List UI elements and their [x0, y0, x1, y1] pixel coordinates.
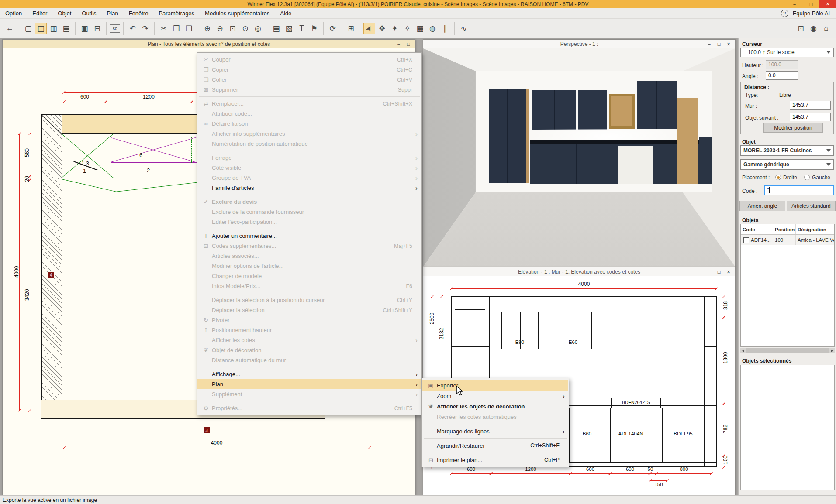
save-button[interactable]: ▣	[79, 23, 90, 34]
scrollbar-thumb[interactable]	[746, 348, 829, 353]
snapshot-button[interactable]: ◉	[808, 23, 819, 34]
context-menu-item-changer-modele[interactable]: Changer de modèle	[197, 271, 421, 281]
help-icon[interactable]: ?	[781, 10, 788, 17]
zoom-window-button[interactable]: ⊡	[227, 23, 238, 34]
context-menu-item-exclure-devis[interactable]: ✓Exclure du devis	[197, 197, 421, 207]
submenu-item-agrandir-restaurer[interactable]: Agrandir/RestaurerCtrl+Shift+F	[422, 440, 568, 451]
notes-button[interactable]: ▤	[270, 23, 282, 34]
scroll-left-icon[interactable]	[740, 348, 746, 353]
code-input[interactable]: "	[764, 185, 834, 195]
zoom-fit-button[interactable]: ⊙	[239, 23, 251, 34]
menubar-item-option[interactable]: Option	[0, 8, 27, 19]
catalog-select[interactable]: MOREL 2023-1 FR Cuisines	[740, 145, 834, 156]
grid-button[interactable]: ▦	[414, 23, 426, 34]
measure-button[interactable]: ∥	[439, 23, 451, 34]
elev-close-icon[interactable]: ✕	[724, 269, 733, 275]
submenu-item-imprimer-plan[interactable]: ⊟Imprimer le plan...Ctrl+P	[422, 455, 568, 465]
context-menu-item-copier[interactable]: ❐CopierCtrl+C	[197, 65, 421, 75]
list-view-button[interactable]: ▤	[60, 23, 72, 34]
menubar-item-param-trages[interactable]: Paramètrages	[153, 8, 200, 19]
close-icon[interactable]: ✕	[819, 0, 836, 8]
pan-button[interactable]: ∿	[458, 23, 470, 34]
context-menu-item-couper[interactable]: ✂CouperCtrl+X	[197, 55, 421, 65]
submenu-item-marquage-lignes[interactable]: Marquage des lignes›	[422, 426, 568, 436]
context-menu-item-afficher-info[interactable]: Afficher info supplémentaires›	[197, 129, 421, 139]
plan-minimize-icon[interactable]: −	[394, 41, 404, 47]
maximize-icon[interactable]: □	[803, 0, 819, 8]
select-arrow-button[interactable]: ➤	[363, 23, 375, 34]
app-title-bar[interactable]: Winner Flex 12.3a1 [303064] (Equipe Pôle…	[0, 0, 836, 8]
articles-standard-button[interactable]: Articles standard	[787, 201, 836, 211]
minimize-icon[interactable]: −	[786, 0, 803, 8]
objets-selectionnes-box[interactable]	[740, 365, 835, 490]
objets-table[interactable]: Code Position Désignation ADF14...100Ami…	[740, 224, 835, 347]
persp-close-icon[interactable]: ✕	[724, 41, 733, 47]
gamme-select[interactable]: Gamme générique	[740, 159, 834, 170]
scale-button[interactable]: sc	[110, 24, 120, 33]
submenu-item-zoom[interactable]: Zoom›	[422, 391, 568, 401]
elevation-titlebar[interactable]: Elévation - 1 : Mur - 1, Elévation avec …	[423, 267, 735, 276]
placement-gauche-radio[interactable]	[804, 175, 810, 180]
plan-maximize-icon[interactable]: □	[404, 41, 413, 47]
elev-minimize-icon[interactable]: −	[705, 269, 714, 274]
menubar-item-modules-suppl-mentaires[interactable]: Modules supplémentaires	[200, 8, 275, 19]
context-menu-item-deplacer-position-curseur[interactable]: Déplacer la sélection à la position du c…	[197, 295, 421, 305]
calculator-button[interactable]: ⊞	[345, 23, 357, 34]
context-menu-item-ferrage[interactable]: Ferrage›	[197, 153, 421, 163]
undo-button[interactable]: ↶	[127, 23, 138, 34]
menubar-item-fen-tre[interactable]: Fenêtre	[124, 8, 154, 19]
context-menu-item-editer-eco[interactable]: Editer l'éco-participation...	[197, 217, 421, 227]
context-menu-item-numerotation-position[interactable]: Numérotation de position automatique	[197, 139, 421, 149]
menubar-item-editer[interactable]: Editer	[27, 8, 52, 19]
table-row[interactable]: ADF14...100Amica - LAVE VA	[741, 235, 834, 245]
context-menu-item-famille-articles[interactable]: Famille d'articles›	[197, 183, 421, 193]
persp-maximize-icon[interactable]: □	[714, 41, 724, 47]
text-tool-button[interactable]: T	[296, 23, 307, 34]
perspective-canvas[interactable]	[423, 48, 735, 267]
context-menu-item-deplacer-selection[interactable]: Déplacer la sélectionCtrl+Shift+Y	[197, 305, 421, 315]
submenu-item-exporter[interactable]: ▣Exporter...	[422, 380, 568, 391]
copy-button[interactable]: ❐	[170, 23, 182, 34]
modifier-position-button[interactable]: Modifier position	[763, 123, 823, 133]
notes-add-button[interactable]: ▧	[283, 23, 295, 34]
zone-button[interactable]: ◍	[427, 23, 439, 34]
menubar-item-plan[interactable]: Plan	[102, 8, 124, 19]
zoom-out-button[interactable]: ⊖	[214, 23, 226, 34]
amen-angle-button[interactable]: Amén. angle	[739, 201, 785, 211]
context-menu-item-plan[interactable]: Plan›	[197, 379, 421, 389]
cursor-mode-select[interactable]: 100.0 ↑ Sur le socle	[740, 48, 834, 57]
context-menu-item-positionnement-hauteur[interactable]: ↥Positionnement hauteur	[197, 325, 421, 335]
context-menu-item-attribuer-code[interactable]: Attribuer code...	[197, 109, 421, 119]
context-menu-item-remplacer[interactable]: ⇄Remplacer...Ctrl+Shift+X	[197, 99, 421, 109]
persp-minimize-icon[interactable]: −	[705, 41, 714, 47]
submenu-item-afficher-objets-decoration[interactable]: ❦Afficher les objets de décoration	[422, 401, 568, 411]
submenu-item-recreer-cotes[interactable]: Recréer les cotes automatiques	[422, 411, 568, 422]
context-menu-item-supprimer[interactable]: ⊠SupprimerSuppr	[197, 85, 421, 95]
row-checkbox[interactable]	[743, 237, 749, 243]
context-menu-item-afficher-cotes[interactable]: Afficher les cotes›	[197, 335, 421, 345]
refresh-button[interactable]: ⟳	[327, 23, 339, 34]
plan-window-titlebar[interactable]: Plan - Tous les éléments avec n° de posi…	[3, 40, 415, 48]
context-menu-item-coller[interactable]: ❏CollerCtrl+V	[197, 75, 421, 85]
placement-droite-radio[interactable]	[775, 175, 781, 180]
context-menu-item-defaire-liaison[interactable]: ∞Défaire liaison	[197, 119, 421, 129]
walk-tool-2-button[interactable]: ✦	[389, 23, 401, 34]
plan-view-button[interactable]: ◫	[35, 23, 47, 34]
walk-tool-button[interactable]: ✥	[376, 23, 388, 34]
context-menu-item-codes-supplementaires[interactable]: ⊡Codes supplémentaires...Maj+F5	[197, 241, 421, 251]
walk-tool-3-button[interactable]: ✧	[401, 23, 413, 34]
context-menu-item-exclure-commande[interactable]: Exclure de la commande fournisseur	[197, 207, 421, 217]
context-menu-item-infos-modele-prix[interactable]: Infos Modèle/Prix...F6	[197, 281, 421, 291]
context-menu-item-modifier-options[interactable]: Modifier options de l'article...	[197, 261, 421, 271]
mur-field[interactable]: 1453.7	[790, 101, 831, 110]
menubar-item-aide[interactable]: Aide	[275, 8, 297, 19]
redo-button[interactable]: ↷	[139, 23, 151, 34]
context-menu-item-cote-visible[interactable]: Côté visible›	[197, 163, 421, 173]
zoom-in-button[interactable]: ⊕	[201, 23, 213, 34]
monitor-button[interactable]: ⊡	[795, 23, 807, 34]
elevation-view-button[interactable]: ▥	[48, 23, 59, 34]
new-view-button[interactable]: ▢	[22, 23, 34, 34]
back-button[interactable]: ←	[4, 23, 16, 34]
context-menu-item-articles-associes[interactable]: Articles associés...	[197, 251, 421, 261]
context-menu-item-pivoter[interactable]: ↻Pivoter	[197, 315, 421, 325]
